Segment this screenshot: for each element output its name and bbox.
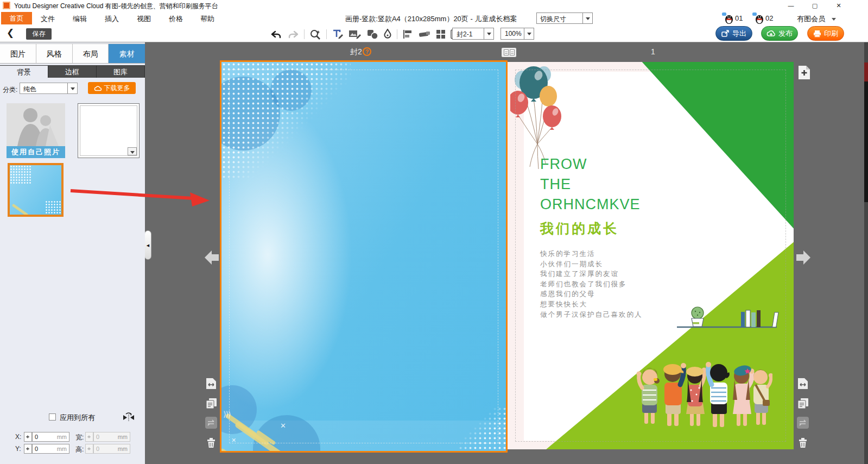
y-label: Y: (15, 445, 21, 453)
x-stepper[interactable] (24, 432, 32, 442)
y-field[interactable]: 0 mm (32, 444, 69, 454)
spread-view-icon[interactable] (502, 48, 516, 57)
switch-size-label: 切换尺寸 (540, 15, 566, 24)
text-edit-icon[interactable] (332, 29, 344, 40)
back-button[interactable]: ❮ (7, 27, 14, 39)
pen-tool-icon[interactable] (383, 29, 392, 40)
help-icon[interactable]: ? (363, 47, 371, 56)
menu-price[interactable]: 价格 (169, 14, 183, 24)
menu-insert[interactable]: 插入 (105, 14, 119, 24)
qq-account-2-label: 02 (765, 14, 773, 22)
subtab-border[interactable]: 边框 (48, 66, 97, 78)
page-selector-value: 封2-1 (457, 30, 472, 39)
chevron-down-icon[interactable] (582, 13, 592, 23)
tab-styles[interactable]: 风格 (36, 44, 73, 63)
add-page-icon[interactable] (798, 65, 810, 82)
couple-silhouette (7, 103, 65, 146)
menu-edit[interactable]: 编辑 (73, 14, 87, 24)
window-title: Youtu Designer Creative Cloud 有图-领先的创意、营… (14, 2, 218, 11)
left-page-blue-background-selected[interactable]: ✕ ✕ ⟩⟩⟩ (220, 60, 508, 453)
publish-button[interactable]: 发布 (761, 26, 798, 41)
thumbnail-dropdown[interactable] (128, 147, 137, 155)
tab-pictures[interactable]: 图片 (0, 44, 36, 63)
member-dropdown[interactable]: 有图会员 (797, 14, 825, 24)
toolbar: ❮ 保存 (0, 26, 868, 42)
maximize-button[interactable]: ▢ (806, 0, 824, 11)
magic-select-icon[interactable] (309, 29, 321, 40)
menu-bar: 首页 文件 编辑 插入 视图 价格 帮助 画册-竖款:竖款A4（210x285m… (0, 11, 868, 26)
canvas-area: ◀ 封2 ? 1 (145, 42, 868, 464)
measure-icon[interactable] (418, 29, 431, 39)
right-page-cover-design[interactable]: FROW THE ORHNCMKVE 我们的成长 快乐的学习生活 小伙伴们一期成… (508, 62, 794, 449)
tab-layout[interactable]: 布局 (73, 44, 109, 63)
shape-combine-icon[interactable] (366, 29, 378, 40)
switch-size-dropdown[interactable]: 切换尺寸 (536, 12, 593, 24)
delete-page-icon[interactable] (797, 436, 809, 448)
print-button[interactable]: 印刷 (807, 26, 844, 41)
page-resize-icon[interactable] (205, 378, 217, 390)
x-field[interactable]: 0 mm (32, 432, 69, 442)
image-edit-icon[interactable] (349, 29, 362, 40)
asset-subtabs: 背景 边框 图库 (0, 65, 145, 78)
delete-page-icon[interactable] (205, 436, 217, 448)
undo-icon[interactable] (270, 30, 282, 39)
page-selector-dropdown[interactable]: 封2-1 (452, 28, 494, 40)
swap-page-icon-disabled (797, 417, 809, 429)
page-resize-icon[interactable] (797, 378, 809, 390)
left-page-label: 封2 (350, 47, 362, 57)
width-field: 0 mm (93, 432, 130, 442)
menu-file[interactable]: 文件 (41, 14, 55, 24)
y-stepper[interactable] (24, 444, 32, 454)
chevron-down-icon[interactable] (524, 28, 534, 39)
width-label: 宽: (75, 433, 84, 442)
flip-horizontal-icon[interactable] (123, 412, 135, 424)
thumbnail-use-own-photo[interactable]: 使用自己照片 (7, 103, 65, 158)
cloud-icon (94, 85, 102, 91)
subtab-gallery[interactable]: 图库 (97, 66, 145, 78)
dots-decoration (45, 200, 61, 215)
left-panel: 图片 风格 布局 素材 背景 边框 图库 分类: 纯色 下载更多 (0, 42, 145, 464)
download-more-button[interactable]: 下载更多 (88, 82, 136, 94)
menu-view[interactable]: 视图 (137, 14, 151, 24)
apply-row: 应用到所有 (0, 412, 145, 424)
previous-page-arrow[interactable] (205, 250, 219, 265)
grid-view-icon[interactable] (436, 29, 446, 39)
dots-decoration (10, 165, 31, 185)
export-label: 导出 (732, 29, 746, 39)
tab-assets[interactable]: 素材 (109, 44, 145, 63)
thumbnail-blank-background[interactable] (78, 103, 140, 158)
menu-help[interactable]: 帮助 (200, 14, 214, 24)
chevron-down-icon[interactable] (484, 28, 493, 39)
print-label: 印刷 (824, 29, 838, 39)
subtab-background[interactable]: 背景 (0, 66, 48, 78)
category-dropdown[interactable]: 纯色 (20, 83, 78, 94)
next-page-arrow[interactable] (796, 250, 810, 265)
copy-page-icon[interactable] (797, 397, 809, 409)
width-stepper (85, 432, 93, 442)
chevron-down-icon[interactable] (67, 83, 77, 93)
close-button[interactable]: ✕ (829, 0, 848, 11)
export-button[interactable]: 导出 (715, 26, 752, 41)
titlebar: Youtu Designer Creative Cloud 有图-领先的创意、营… (0, 0, 868, 11)
width-value: 0 (96, 434, 99, 440)
tool-icons (270, 27, 459, 41)
scrollbar-thumb[interactable] (864, 81, 868, 202)
copy-page-icon[interactable] (205, 397, 217, 409)
apply-to-all-checkbox[interactable] (49, 413, 56, 421)
scrollbar-marker (864, 62, 868, 81)
panel-collapse-handle[interactable]: ◀ (145, 230, 151, 260)
align-objects-icon[interactable] (402, 29, 413, 40)
redo-icon[interactable] (287, 30, 299, 39)
menu-home[interactable]: 首页 (1, 12, 32, 24)
use-own-photo-label: 使用自己照片 (7, 146, 65, 158)
save-button[interactable]: 保存 (26, 28, 52, 40)
qq-account-1[interactable]: 01 (722, 12, 734, 24)
qq-penguin-icon (722, 12, 734, 24)
zoom-dropdown[interactable]: 100% (500, 28, 534, 40)
cloud-upload-icon (766, 30, 776, 37)
height-field: 0 mm (93, 444, 130, 454)
export-icon (721, 30, 730, 37)
thumbnail-blue-background-selected[interactable] (8, 163, 64, 217)
minimize-button[interactable]: — (782, 0, 800, 11)
qq-account-2[interactable]: 02 (752, 12, 764, 24)
